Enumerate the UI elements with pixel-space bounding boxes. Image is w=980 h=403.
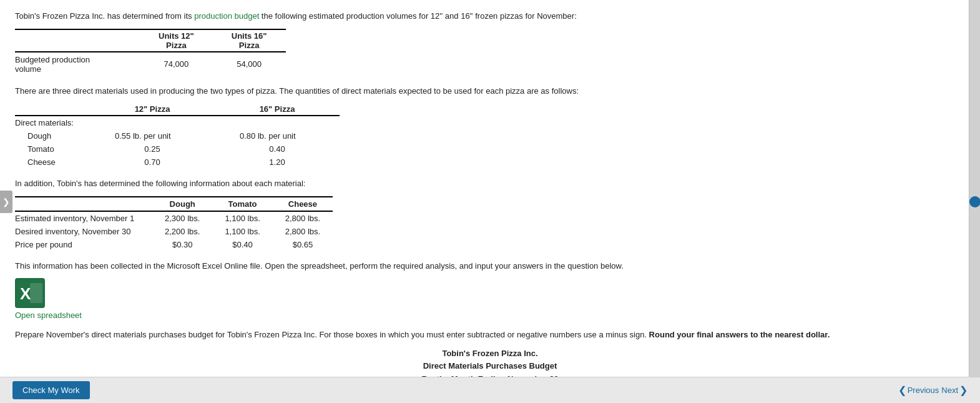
est-inv-nov1-label: Estimated inventory, November 1 [15, 211, 152, 225]
bottom-navigation-bar: Check My Work ❮ Previous Next ❯ [0, 377, 980, 403]
dough-16: 0.80 lb. per unit [215, 129, 340, 142]
budgeted-production-label: Budgeted production volume [15, 52, 140, 76]
direct-materials-section-label: Direct materials: [15, 116, 90, 129]
price-dough: $0.30 [152, 238, 212, 251]
open-spreadsheet-link[interactable]: Open spreadsheet [15, 311, 965, 320]
tomato-12: 0.25 [90, 142, 215, 156]
excel-icon: X [15, 278, 45, 308]
next-button[interactable]: Next ❯ [941, 384, 968, 396]
check-my-work-button[interactable]: Check My Work [12, 381, 90, 399]
scrollbar-thumb [969, 196, 980, 207]
materials-intro: There are three direct materials used in… [15, 85, 965, 97]
prod-54000: 54,000 [213, 52, 286, 76]
cheese-12: 0.70 [90, 156, 215, 169]
materials-col1-header: 12" Pizza [90, 103, 215, 116]
price-cheese: $0.65 [273, 238, 333, 251]
est-inv-tomato: 1,100 lbs. [212, 211, 272, 225]
budget-title-line1: Tobin's Frozen Pizza Inc. [15, 347, 965, 361]
prepare-text-bold: Round your final answers to the nearest … [649, 330, 830, 339]
excel-icon-area: X [15, 278, 965, 308]
desired-inv-dough: 2,200 lbs. [152, 225, 212, 238]
est-inv-dough: 2,300 lbs. [152, 211, 212, 225]
prepare-text: Prepare November's direct materials purc… [15, 329, 965, 341]
intro-text-before: Tobin's Frozen Pizza Inc. has determined… [15, 11, 194, 21]
dough-label: Dough [15, 129, 90, 142]
price-per-pound-label: Price per pound [15, 238, 152, 251]
material-info-table: Dough Tomato Cheese Estimated inventory,… [15, 196, 333, 251]
svg-rect-3 [30, 283, 42, 303]
dough-12: 0.55 lb. per unit [90, 129, 215, 142]
info-cheese-header: Cheese [273, 197, 333, 211]
desired-inv-cheese: 2,800 lbs. [273, 225, 333, 238]
main-content: Tobin's Frozen Pizza Inc. has determined… [0, 0, 980, 403]
intro-text-after: the following estimated production volum… [259, 11, 577, 21]
cheese-label: Cheese [15, 156, 90, 169]
direct-materials-table: 12" Pizza 16" Pizza Direct materials: Do… [15, 103, 340, 169]
info-tomato-header: Tomato [212, 197, 272, 211]
tomato-16: 0.40 [215, 142, 340, 156]
prepare-text-before: Prepare November's direct materials purc… [15, 330, 649, 339]
prod-74000: 74,000 [140, 52, 213, 76]
production-volume-table: Units 12" Pizza Units 16" Pizza Budgeted… [15, 29, 286, 76]
prev-next-nav: ❮ Previous Next ❯ [898, 384, 968, 396]
desired-inv-tomato: 1,100 lbs. [212, 225, 272, 238]
cheese-16: 1.20 [215, 156, 340, 169]
desired-inv-nov30-label: Desired inventory, November 30 [15, 225, 152, 238]
budget-title-line2: Direct Materials Purchases Budget [15, 360, 965, 373]
side-nav-arrow[interactable]: ❯ [0, 191, 12, 213]
info-dough-header: Dough [152, 197, 212, 211]
materials-col2-header: 16" Pizza [215, 103, 340, 116]
next-label: Next [941, 386, 958, 395]
previous-label: Previous [908, 386, 939, 395]
price-tomato: $0.40 [212, 238, 272, 251]
est-inv-cheese: 2,800 lbs. [273, 211, 333, 225]
production-budget-link[interactable]: production budget [194, 11, 259, 21]
prev-arrow-icon: ❮ [898, 384, 906, 396]
prod-col2-header: Units 16" Pizza [213, 29, 286, 52]
next-arrow-icon: ❯ [959, 384, 968, 396]
prod-col1-header: Units 12" Pizza [140, 29, 213, 52]
tomato-label: Tomato [15, 142, 90, 156]
svg-text:X: X [20, 284, 31, 303]
scrollbar-track [969, 0, 980, 403]
intro-paragraph: Tobin's Frozen Pizza Inc. has determined… [15, 10, 965, 22]
info-intro: In addition, Tobin's has determined the … [15, 177, 965, 190]
excel-info-text: This information has been collected in t… [15, 260, 965, 272]
previous-button[interactable]: ❮ Previous [898, 384, 939, 396]
